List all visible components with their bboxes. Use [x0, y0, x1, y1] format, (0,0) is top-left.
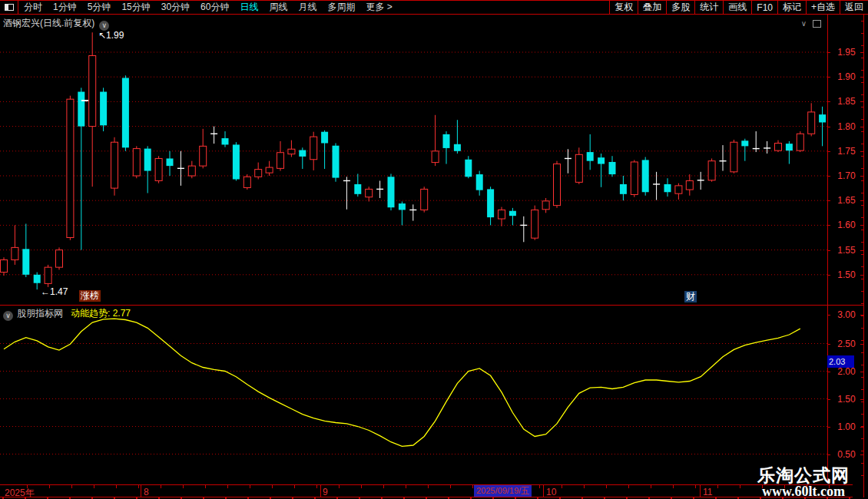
week-tick	[584, 485, 585, 488]
axis-tick	[828, 275, 830, 276]
finance-tag[interactable]: 财	[684, 291, 697, 302]
axis-minor-tick	[861, 365, 863, 365]
menu-item-6[interactable]: 日线	[234, 1, 263, 14]
axis-minor-tick	[861, 389, 863, 390]
chevron-down-icon[interactable]: ∨	[801, 19, 807, 28]
axis-minor-tick	[861, 377, 863, 378]
panel-window-icon[interactable]	[813, 20, 821, 28]
week-tick	[227, 485, 228, 488]
axis-minor-tick	[861, 340, 863, 341]
date-label: 9	[323, 487, 328, 497]
toolbar-button-6[interactable]: 标记	[777, 1, 806, 14]
week-tick	[316, 485, 317, 488]
toolbar-button-2[interactable]: 多股	[666, 1, 694, 14]
axis-tick	[860, 200, 863, 201]
axis-tick	[828, 399, 830, 400]
axis-minor-tick	[861, 156, 863, 157]
axis-minor-tick	[861, 230, 863, 230]
main-candlestick-chart[interactable]: ↖1.99←1.47 酒钢宏兴(日线.前复权)∨ ∨	[0, 15, 827, 305]
axis-minor-tick	[861, 242, 863, 243]
axis-minor-tick	[861, 414, 863, 415]
axis-minor-tick	[861, 266, 863, 267]
sub-axis-label: 2.50	[830, 339, 863, 349]
stock-title: 酒钢宏兴(日线.前复权)∨	[3, 17, 109, 31]
week-tick	[94, 485, 94, 488]
toolbar-button-1[interactable]: 叠加	[638, 1, 666, 14]
axis-minor-tick	[861, 144, 863, 144]
week-tick	[116, 485, 117, 488]
axis-minor-tick	[861, 21, 863, 21]
week-tick	[472, 485, 473, 488]
axis-tick	[860, 176, 863, 177]
candlestick-plot[interactable]: ↖1.99←1.47	[0, 15, 827, 305]
chevron-down-circle-icon[interactable]: ∨	[99, 21, 109, 31]
main-axis-label: 1.95	[830, 48, 863, 58]
menu-item-5[interactable]: 60分钟	[195, 1, 234, 14]
indicator-axis-badge: 2.03	[827, 355, 854, 368]
menu-item-1[interactable]: 1分钟	[48, 1, 82, 14]
axis-minor-tick	[861, 94, 863, 95]
week-tick	[539, 485, 540, 488]
sub-axis-label: 1.00	[830, 422, 863, 432]
indicator-plot[interactable]	[0, 306, 827, 484]
week-tick	[27, 485, 28, 488]
week-tick	[272, 485, 273, 488]
indicator-subchart[interactable]: ∨股朋指标网动能趋势: 2.77	[0, 306, 827, 484]
axis-tick	[860, 127, 863, 127]
menu-item-4[interactable]: 30分钟	[156, 1, 195, 14]
menu-item-9[interactable]: 多周期	[322, 1, 360, 14]
main-axis-label: 1.85	[830, 97, 863, 107]
axis-tick	[860, 52, 863, 53]
indicator-value: 2.77	[113, 308, 131, 319]
week-tick	[651, 485, 651, 488]
axis-tick	[828, 127, 830, 127]
week-tick	[294, 485, 295, 488]
hot-rank-tag[interactable]: 涨榜	[79, 290, 101, 302]
axis-minor-tick	[861, 180, 863, 181]
menu-item-7[interactable]: 周线	[263, 1, 293, 14]
menu-item-3[interactable]: 15分钟	[116, 1, 155, 14]
toolbar-button-5[interactable]: F10	[751, 1, 777, 14]
menu-item-0[interactable]: 分时	[18, 1, 48, 14]
top-menubar: 分时1分钟5分钟15分钟30分钟60分钟日线周线月线多周期更多 > 复权叠加多股…	[0, 0, 868, 15]
window-layout-button[interactable]	[0, 1, 18, 14]
sub-axis-label: 0.50	[830, 450, 863, 460]
chevron-down-circle-icon[interactable]: ∨	[3, 311, 13, 321]
axis-tick	[828, 52, 830, 53]
axis-minor-tick	[861, 33, 863, 34]
week-tick	[562, 485, 562, 488]
week-tick	[695, 485, 696, 488]
toolbar-button-8[interactable]: 返回	[840, 1, 868, 14]
main-axis-label: 1.90	[830, 72, 863, 82]
month-separator	[543, 485, 544, 497]
axis-tick	[860, 225, 863, 226]
axis-tick	[828, 101, 830, 102]
axis-minor-tick	[861, 168, 863, 169]
menu-item-8[interactable]: 月线	[293, 1, 322, 14]
date-axis-row: 2025年891011	[0, 484, 853, 497]
week-tick	[606, 485, 607, 488]
menu-item-10[interactable]: 更多 >	[360, 1, 397, 14]
toolbar-button-4[interactable]: 画线	[723, 1, 751, 14]
week-tick	[71, 485, 72, 488]
axis-minor-tick	[861, 352, 863, 353]
main-axis-label: 1.70	[830, 171, 863, 181]
menu-item-2[interactable]: 5分钟	[82, 1, 117, 14]
watermark: 乐淘公式网 www.60lt.com	[757, 466, 850, 499]
toolbar-button-7[interactable]: +自选	[806, 1, 840, 14]
candles	[1, 32, 827, 289]
watermark-url: www.60lt.com	[757, 484, 850, 499]
axis-tick	[828, 151, 830, 152]
axis-tick	[860, 101, 863, 102]
toolbar-button-3[interactable]: 统计	[694, 1, 723, 14]
toolbar-button-0[interactable]: 复权	[609, 1, 638, 14]
week-tick	[406, 485, 406, 488]
axis-minor-tick	[861, 316, 863, 316]
watermark-site-name: 乐淘公式网	[757, 466, 850, 484]
axis-tick	[828, 454, 830, 455]
month-separator	[700, 485, 701, 497]
axis-tick	[860, 250, 863, 251]
axis-minor-tick	[861, 475, 863, 476]
week-tick	[450, 485, 451, 488]
axis-minor-tick	[861, 45, 863, 46]
